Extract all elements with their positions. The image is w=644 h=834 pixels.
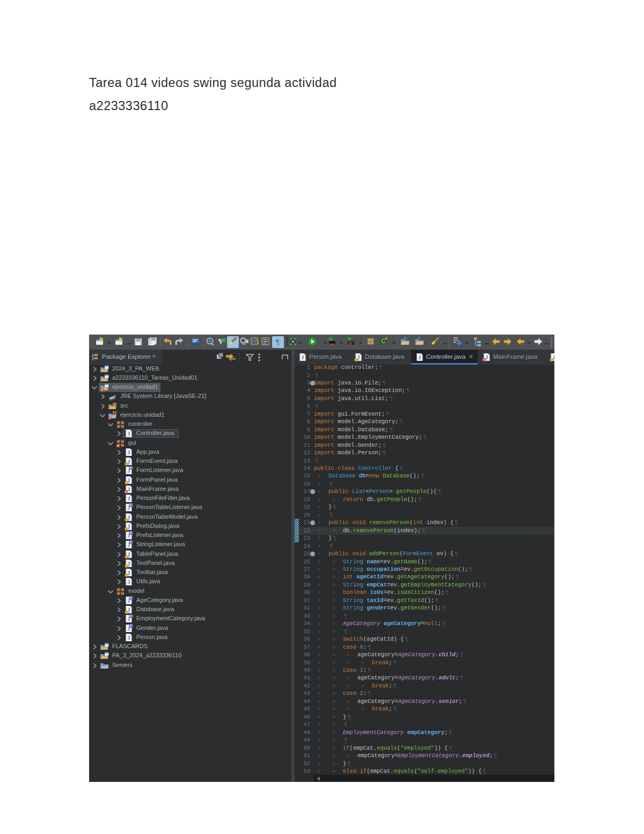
svg-text:¶: ¶ (275, 338, 280, 346)
svg-text:C: C (222, 338, 225, 343)
svg-text:F: F (130, 596, 132, 600)
svg-text:C: C (381, 338, 385, 344)
svg-text:F: F (130, 540, 132, 544)
svg-text:J: J (128, 496, 130, 502)
svg-text:F: F (130, 503, 132, 507)
svg-text:F: F (130, 614, 132, 618)
svg-text:F: F (130, 466, 132, 470)
svg-text:J: J (128, 449, 130, 455)
svg-text:J: J (302, 354, 304, 360)
svg-text:F: F (130, 531, 132, 535)
svg-text:J: J (128, 431, 130, 437)
svg-text:J: J (128, 635, 130, 641)
svg-text:J: J (128, 487, 130, 492)
svg-text:F: F (130, 624, 132, 628)
svg-text:J: J (128, 579, 130, 585)
svg-text:J: J (419, 354, 421, 360)
svg-text:J: J (486, 354, 488, 360)
